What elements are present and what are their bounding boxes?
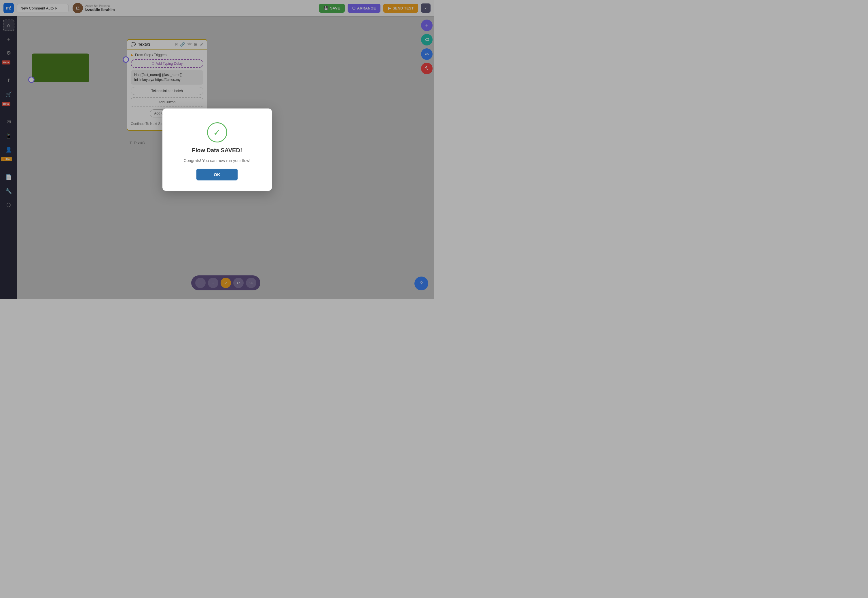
modal-overlay: ✓ Flow Data SAVED! Congrats! You can now… [0, 0, 434, 299]
modal-title: Flow Data SAVED! [192, 147, 242, 154]
modal-dialog: ✓ Flow Data SAVED! Congrats! You can now… [162, 109, 272, 191]
modal-ok-button[interactable]: OK [196, 169, 238, 181]
success-checkmark: ✓ [207, 122, 227, 142]
modal-subtitle: Congrats! You can now run your flow! [184, 158, 250, 163]
